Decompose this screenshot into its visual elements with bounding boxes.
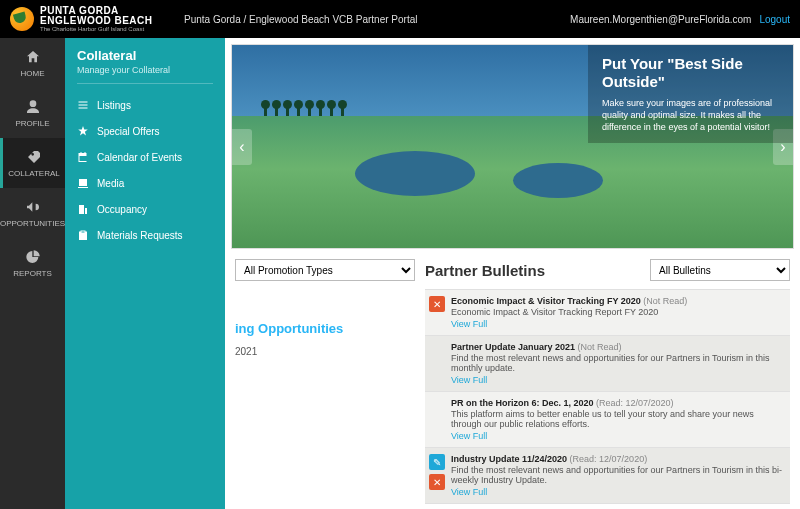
bulletin-item[interactable]: ✕ Economic Impact & Visitor Tracking FY … <box>425 290 790 336</box>
user-icon <box>25 99 41 115</box>
opportunities-heading: ing Opportunities <box>235 321 415 336</box>
bulletins-list: ✕ Economic Impact & Visitor Tracking FY … <box>425 289 790 504</box>
edit-icon[interactable]: ✎ <box>429 454 445 470</box>
submenu-media[interactable]: Media <box>77 170 213 196</box>
bulletins-filter-select[interactable]: All Bulletins <box>650 259 790 281</box>
collateral-submenu: Collateral Manage your Collateral Listin… <box>65 38 225 509</box>
brand-tagline: The Charlotte Harbor Gulf Island Coast <box>40 26 153 32</box>
submenu-calendar[interactable]: Calendar of Events <box>77 144 213 170</box>
tags-icon <box>26 149 42 165</box>
submenu-occupancy[interactable]: Occupancy <box>77 196 213 222</box>
star-icon <box>77 125 89 137</box>
bulletin-item[interactable]: PR on the Horizon 6: Dec. 1, 2020 (Read:… <box>425 392 790 448</box>
submenu-desc: Manage your Collateral <box>77 65 213 75</box>
brand-logo: PUNTA GORDA ENGLEWOOD BEACH The Charlott… <box>10 6 170 32</box>
nav-profile[interactable]: PROFILE <box>0 88 65 138</box>
view-full-link[interactable]: View Full <box>451 319 786 329</box>
bulletin-item[interactable]: Partner Update January 2021 (Not Read) F… <box>425 336 790 392</box>
bulletin-item[interactable]: ✎ ✕ Industry Update 11/24/2020 (Read: 12… <box>425 448 790 504</box>
list-icon <box>77 99 89 111</box>
content-area: ‹ › Put Your "Best Side Outside" Make su… <box>225 38 800 509</box>
nav-opportunities[interactable]: OPPORTUNITIES <box>0 188 65 238</box>
opportunities-date: 2021 <box>235 346 415 357</box>
calendar-icon <box>77 151 89 163</box>
hero-desc: Make sure your images are of professiona… <box>602 97 779 133</box>
promotion-type-select[interactable]: All Promotion Types <box>235 259 415 281</box>
view-full-link[interactable]: View Full <box>451 431 786 441</box>
submenu-materials[interactable]: Materials Requests <box>77 222 213 248</box>
divider <box>77 83 213 84</box>
submenu-listings[interactable]: Listings <box>77 92 213 118</box>
brand-line2: ENGLEWOOD BEACH <box>40 16 153 26</box>
submenu-title: Collateral <box>77 48 213 63</box>
user-email: Maureen.Morgenthien@PureFlorida.com <box>570 14 751 25</box>
hero-title: Put Your "Best Side Outside" <box>602 55 779 91</box>
logout-link[interactable]: Logout <box>759 14 790 25</box>
nav-home[interactable]: HOME <box>0 38 65 88</box>
view-full-link[interactable]: View Full <box>451 375 786 385</box>
home-icon <box>25 49 41 65</box>
nav-collateral-label: COLLATERAL <box>8 169 59 178</box>
logo-icon <box>10 7 34 31</box>
submenu-special-offers[interactable]: Special Offers <box>77 118 213 144</box>
portal-title: Punta Gorda / Englewood Beach VCB Partne… <box>170 14 570 25</box>
building-icon <box>77 203 89 215</box>
nav-rail: HOME PROFILE COLLATERAL OPPORTUNITIES RE… <box>0 38 65 509</box>
delete-icon[interactable]: ✕ <box>429 474 445 490</box>
nav-opp-label: OPPORTUNITIES <box>0 219 65 228</box>
carousel-prev[interactable]: ‹ <box>232 129 252 165</box>
nav-reports[interactable]: REPORTS <box>0 238 65 288</box>
nav-home-label: HOME <box>21 69 45 78</box>
clipboard-icon <box>77 229 89 241</box>
bullhorn-icon <box>25 199 41 215</box>
delete-icon[interactable]: ✕ <box>429 296 445 312</box>
nav-reports-label: REPORTS <box>13 269 52 278</box>
piechart-icon <box>25 249 41 265</box>
nav-profile-label: PROFILE <box>15 119 49 128</box>
hero-overlay: Put Your "Best Side Outside" Make sure y… <box>588 45 793 143</box>
view-full-link[interactable]: View Full <box>451 487 786 497</box>
top-bar: PUNTA GORDA ENGLEWOOD BEACH The Charlott… <box>0 0 800 38</box>
bulletins-heading: Partner Bulletins <box>425 262 642 279</box>
nav-collateral[interactable]: COLLATERAL <box>0 138 65 188</box>
hero-carousel: ‹ › Put Your "Best Side Outside" Make su… <box>231 44 794 249</box>
media-icon <box>77 177 89 189</box>
